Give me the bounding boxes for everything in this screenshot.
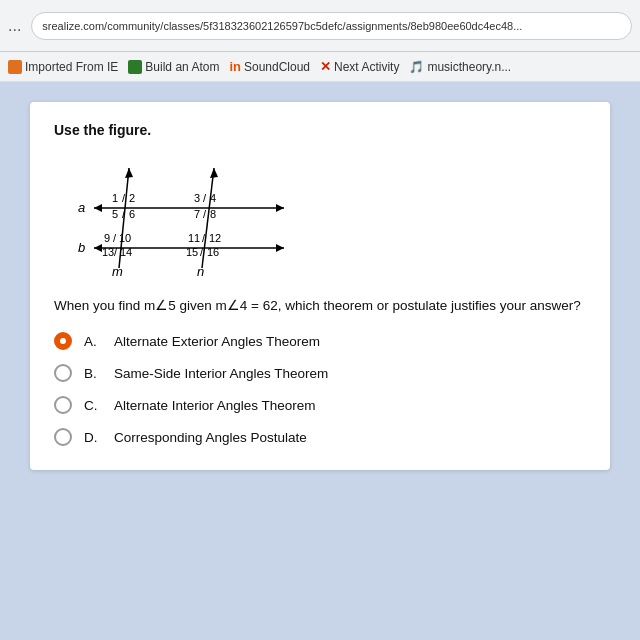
options-list: A. Alternate Exterior Angles Theorem B. …: [54, 332, 586, 446]
figure-label: Use the figure.: [54, 122, 586, 138]
radio-c[interactable]: [54, 396, 72, 414]
svg-text:12: 12: [209, 232, 221, 244]
svg-text:1: 1: [112, 192, 118, 204]
svg-marker-6: [276, 244, 284, 252]
option-a-text: Alternate Exterior Angles Theorem: [114, 334, 320, 349]
figure-area: a b m n: [54, 148, 586, 282]
svg-text:b: b: [78, 240, 85, 255]
radio-d[interactable]: [54, 428, 72, 446]
svg-text:n: n: [197, 264, 204, 278]
svg-text:6: 6: [129, 208, 135, 220]
option-d-text: Corresponding Angles Postulate: [114, 430, 307, 445]
geometry-figure: a b m n: [64, 148, 364, 278]
bookmark-label-soundcloud: SoundCloud: [244, 60, 310, 74]
bookmark-musictheory[interactable]: 🎵 musictheory.n...: [409, 60, 511, 74]
svg-text:14: 14: [120, 246, 132, 258]
svg-text:15: 15: [186, 246, 198, 258]
bookmark-atom[interactable]: Build an Atom: [128, 60, 219, 74]
music-icon: 🎵: [409, 60, 424, 74]
svg-text:/: /: [113, 232, 117, 244]
bookmark-label-next: Next Activity: [334, 60, 399, 74]
svg-text:/: /: [203, 192, 207, 204]
option-a-letter: A.: [84, 334, 102, 349]
svg-text:3: 3: [194, 192, 200, 204]
svg-text:2: 2: [129, 192, 135, 204]
option-b[interactable]: B. Same-Side Interior Angles Theorem: [54, 364, 586, 382]
bookmark-next-activity[interactable]: ✕ Next Activity: [320, 59, 399, 74]
svg-marker-1: [94, 204, 102, 212]
question-card: Use the figure. a b: [30, 102, 610, 470]
svg-text:m: m: [112, 264, 123, 278]
svg-text:11: 11: [188, 232, 200, 244]
option-a[interactable]: A. Alternate Exterior Angles Theorem: [54, 332, 586, 350]
svg-text:10: 10: [119, 232, 131, 244]
svg-text:13: 13: [102, 246, 114, 258]
svg-text:8: 8: [210, 208, 216, 220]
option-d[interactable]: D. Corresponding Angles Postulate: [54, 428, 586, 446]
option-c-letter: C.: [84, 398, 102, 413]
bookmark-bar: Imported From IE Build an Atom in SoundC…: [0, 52, 640, 82]
question-text: When you find m∠5 given m∠4 = 62, which …: [54, 296, 586, 316]
option-c-text: Alternate Interior Angles Theorem: [114, 398, 316, 413]
svg-text:9: 9: [104, 232, 110, 244]
svg-text:7: 7: [194, 208, 200, 220]
svg-text:5: 5: [112, 208, 118, 220]
svg-marker-12: [210, 168, 218, 178]
svg-text:16: 16: [207, 246, 219, 258]
url-bar[interactable]: srealize.com/community/classes/5f3183236…: [31, 12, 632, 40]
soundcloud-icon: in: [229, 59, 241, 74]
url-text: srealize.com/community/classes/5f3183236…: [42, 20, 522, 32]
nav-dots: ...: [8, 17, 21, 35]
radio-b[interactable]: [54, 364, 72, 382]
bookmark-icon-imported: [8, 60, 22, 74]
option-d-letter: D.: [84, 430, 102, 445]
radio-a[interactable]: [54, 332, 72, 350]
bookmark-icon-atom: [128, 60, 142, 74]
main-content-area: Use the figure. a b: [0, 82, 640, 640]
bookmark-label-music: musictheory.n...: [427, 60, 511, 74]
browser-bar: ... srealize.com/community/classes/5f318…: [0, 0, 640, 52]
option-b-letter: B.: [84, 366, 102, 381]
svg-text:a: a: [78, 200, 85, 215]
svg-text:4: 4: [210, 192, 216, 204]
bookmark-label-imported: Imported From IE: [25, 60, 118, 74]
svg-marker-5: [94, 244, 102, 252]
svg-marker-2: [276, 204, 284, 212]
bookmark-soundcloud[interactable]: in SoundCloud: [229, 59, 310, 74]
option-c[interactable]: C. Alternate Interior Angles Theorem: [54, 396, 586, 414]
option-b-text: Same-Side Interior Angles Theorem: [114, 366, 328, 381]
bookmark-imported[interactable]: Imported From IE: [8, 60, 118, 74]
svg-marker-9: [125, 168, 133, 178]
svg-text:/: /: [203, 208, 207, 220]
bookmark-label-atom: Build an Atom: [145, 60, 219, 74]
x-icon: ✕: [320, 59, 331, 74]
